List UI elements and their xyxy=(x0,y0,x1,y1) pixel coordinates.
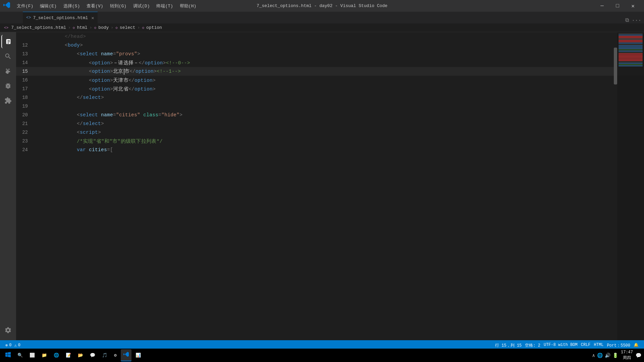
chat-taskbar[interactable]: 💬 xyxy=(87,349,98,361)
encoding[interactable]: UTF-8 with BOM xyxy=(542,343,579,347)
indentation[interactable]: 空格: 2 xyxy=(524,343,542,348)
start-button[interactable] xyxy=(3,349,13,361)
tray-icon-1[interactable]: ∧ xyxy=(592,353,595,358)
language-mode[interactable]: HTML xyxy=(593,343,605,347)
file-explorer-taskbar[interactable]: 📁 xyxy=(39,349,50,361)
tab-label: 7_select_options.html xyxy=(33,15,88,20)
tray-network[interactable]: 🌐 xyxy=(597,353,603,358)
code-line-20: 20 <select name="cities" class="hide"> xyxy=(16,111,644,119)
line-num-23: 23 xyxy=(16,138,35,144)
menu-goto[interactable]: 转到(G) xyxy=(107,2,129,10)
files-taskbar[interactable]: 📂 xyxy=(75,349,86,361)
scroll-thumb[interactable] xyxy=(614,48,617,84)
minimap-line xyxy=(619,49,643,50)
day-of-week: 周四 xyxy=(621,355,633,361)
powerpoint-taskbar[interactable]: 📊 xyxy=(133,349,144,361)
breadcrumb-body-icon: ◇ xyxy=(94,25,97,30)
menu-select[interactable]: 选择(S) xyxy=(61,2,83,10)
breadcrumb-option[interactable]: option xyxy=(146,25,162,30)
clock[interactable]: 17:47 周四 xyxy=(621,350,633,361)
taskview-button[interactable]: ⬜ xyxy=(27,349,38,361)
notepad-icon: 📝 xyxy=(66,353,71,358)
title-bar: 文件(F) 编辑(E) 选择(S) 查看(V) 转到(G) 调试(D) 终端(T… xyxy=(0,0,644,12)
time: 17:47 xyxy=(621,350,633,355)
activity-search[interactable] xyxy=(1,50,15,63)
activity-bar xyxy=(0,32,16,340)
windows-icon xyxy=(5,352,11,359)
breadcrumb-option-icon: ◇ xyxy=(142,25,144,30)
browser-icon: 🌐 xyxy=(54,353,59,358)
taskbar-right: ∧ 🌐 🔊 🔋 17:47 周四 💬 xyxy=(592,350,641,361)
minimap-line xyxy=(619,33,643,34)
code-content-24: var cities=[ xyxy=(35,142,113,158)
tab-file[interactable]: <> 7_select_options.html ✕ xyxy=(23,12,98,23)
minimize-button[interactable]: ─ xyxy=(594,0,610,12)
window-controls[interactable]: ─ □ ✕ xyxy=(594,0,641,12)
music-taskbar[interactable]: 🎵 xyxy=(99,349,110,361)
editor-area[interactable]: </head> 12 <body> 13 <select name="provs… xyxy=(16,32,644,340)
minimap-line xyxy=(619,59,643,60)
activity-run-debug[interactable] xyxy=(1,79,15,93)
line-num-19: 19 xyxy=(16,104,35,109)
tab-close-button[interactable]: ✕ xyxy=(91,15,94,21)
breadcrumb-select[interactable]: select xyxy=(120,25,136,30)
breadcrumb-sep-3: › xyxy=(111,25,113,30)
chat-icon: 💬 xyxy=(90,353,95,358)
activity-settings[interactable] xyxy=(1,323,15,337)
breadcrumb-body[interactable]: body xyxy=(98,25,109,30)
close-button[interactable]: ✕ xyxy=(625,0,641,12)
menu-file[interactable]: 文件(F) xyxy=(14,2,36,10)
breadcrumb-sep-2: › xyxy=(90,25,92,30)
vscode-taskbar[interactable] xyxy=(121,349,131,361)
minimap-line xyxy=(619,53,643,54)
powerpoint-icon: 📊 xyxy=(136,353,141,358)
notification-bell[interactable]: 🔔 xyxy=(632,343,640,348)
menu-bar[interactable]: 文件(F) 编辑(E) 选择(S) 查看(V) 转到(G) 调试(D) 终端(T… xyxy=(14,2,199,10)
line-num-16: 16 xyxy=(16,77,35,83)
cursor-position[interactable]: 行 15，列 15 xyxy=(494,343,523,348)
activity-source-control[interactable] xyxy=(1,64,15,78)
menu-terminal[interactable]: 终端(T) xyxy=(154,2,175,10)
search-taskbar[interactable]: 🔍 xyxy=(15,349,25,361)
line-num-13: 13 xyxy=(16,51,35,57)
breadcrumb-html[interactable]: html xyxy=(77,25,87,30)
bell-icon: 🔔 xyxy=(634,343,639,348)
split-editor-button[interactable]: ⧉ xyxy=(625,17,629,23)
maximize-button[interactable]: □ xyxy=(610,0,625,12)
tray-sound[interactable]: 🔊 xyxy=(605,353,610,358)
minimap-line xyxy=(619,56,643,57)
menu-view[interactable]: 查看(V) xyxy=(84,2,106,10)
warning-icon: ⚠ xyxy=(14,343,16,348)
breadcrumb-file[interactable]: 7_select_options.html xyxy=(11,25,66,30)
settings-taskbar[interactable]: ⚙ xyxy=(111,349,119,361)
minimap-line xyxy=(619,51,643,52)
vertical-scrollbar[interactable] xyxy=(614,32,617,340)
spaces-label: 空格: 2 xyxy=(525,343,540,348)
notification-center[interactable]: 💬 xyxy=(636,353,641,358)
taskview-icon: ⬜ xyxy=(30,353,35,358)
activity-files[interactable] xyxy=(1,35,15,48)
minimap-line xyxy=(619,64,643,65)
browser-taskbar[interactable]: 🌐 xyxy=(51,349,62,361)
liveserver-port[interactable]: Port：5500 xyxy=(605,343,632,348)
line-num-14: 14 xyxy=(16,60,35,65)
line-num-21: 21 xyxy=(16,121,35,126)
minimap-line xyxy=(619,43,643,44)
status-right-group: 行 15，列 15 空格: 2 UTF-8 with BOM CRLF HTML… xyxy=(494,343,640,348)
line-num-22: 22 xyxy=(16,130,35,135)
main-layout: </head> 12 <body> 13 <select name="provs… xyxy=(0,32,644,340)
line-ending[interactable]: CRLF xyxy=(580,343,592,347)
tray-battery[interactable]: 🔋 xyxy=(612,353,618,358)
activity-extensions[interactable] xyxy=(1,94,15,107)
code-line-18: 18 </select> xyxy=(16,93,644,102)
menu-debug[interactable]: 调试(D) xyxy=(130,2,152,10)
menu-help[interactable]: 帮助(H) xyxy=(177,2,199,10)
more-actions-button[interactable]: ··· xyxy=(632,17,641,23)
notepad-taskbar[interactable]: 📝 xyxy=(63,349,74,361)
line-num-15: 15 xyxy=(16,69,35,74)
language-label: HTML xyxy=(594,343,604,347)
minimap xyxy=(617,32,644,340)
code-editor[interactable]: </head> 12 <body> 13 <select name="provs… xyxy=(16,32,644,340)
menu-edit[interactable]: 编辑(E) xyxy=(37,2,59,10)
folder-icon: 📁 xyxy=(42,353,47,358)
